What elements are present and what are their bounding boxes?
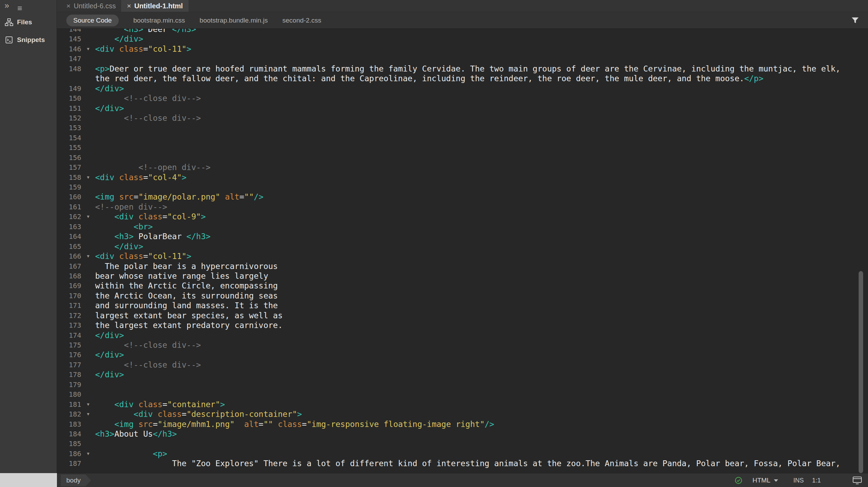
code-line[interactable]: 158▼<div class="col-4"> bbox=[57, 173, 868, 182]
code-fold-icon[interactable]: ▼ bbox=[86, 449, 90, 459]
code-line[interactable]: 184<h3>About Us</h3> bbox=[57, 429, 868, 439]
code-text: the red deer, the fallow deer, and the c… bbox=[95, 74, 763, 83]
code-line[interactable]: 162▼ <div class="col-9"> bbox=[57, 212, 868, 221]
close-tab-icon[interactable]: × bbox=[127, 2, 131, 10]
code-line[interactable]: 152 <!--close div--> bbox=[57, 113, 868, 123]
related-file-bootstrap.bundle.min.js[interactable]: bootstrap.bundle.min.js bbox=[200, 17, 268, 24]
code-line[interactable]: 187 The "Zoo Explores" There is a lot of… bbox=[57, 459, 868, 468]
code-line[interactable]: 165 </div> bbox=[57, 242, 868, 251]
code-line[interactable]: 160<img src="image/polar.png" alt=""/> bbox=[57, 192, 868, 202]
line-number: 162 bbox=[57, 212, 81, 221]
code-line[interactable]: 159 bbox=[57, 182, 868, 192]
code-line[interactable]: 183 <img src="image/mhm1.png" alt="" cla… bbox=[57, 419, 868, 429]
code-text: <!--close div--> bbox=[95, 113, 201, 123]
code-line[interactable]: 170the Arctic Ocean, its surrounding sea… bbox=[57, 291, 868, 301]
code-text: <img src="image/polar.png" alt=""/> bbox=[95, 192, 264, 202]
line-number: 185 bbox=[57, 439, 81, 448]
code-line[interactable]: 147 bbox=[57, 54, 868, 64]
vertical-scrollbar-thumb[interactable] bbox=[859, 271, 863, 473]
live-preview-icon[interactable] bbox=[853, 477, 862, 484]
code-line[interactable]: 179 bbox=[57, 380, 868, 389]
panel-menu-icon[interactable]: ≡ bbox=[17, 4, 22, 12]
code-line[interactable]: 177 <!--close div--> bbox=[57, 360, 868, 370]
filter-related-files-icon[interactable] bbox=[851, 16, 860, 26]
code-text: The polar bear is a hypercarnivorous bbox=[95, 261, 278, 271]
code-line[interactable]: 144 <h3> Deer </h3> bbox=[57, 29, 868, 34]
code-line[interactable]: 164 <h3> PolarBear </h3> bbox=[57, 232, 868, 241]
code-line[interactable]: the red deer, the fallow deer, and the c… bbox=[57, 74, 868, 83]
code-line[interactable]: 178</div> bbox=[57, 370, 868, 379]
line-number: 171 bbox=[57, 301, 81, 310]
code-editor[interactable]: 144 <h3> Deer </h3>145 </div>146▼<div cl… bbox=[57, 29, 868, 473]
code-line[interactable]: 169within the Arctic Circle, encompassin… bbox=[57, 281, 868, 291]
code-line[interactable]: 182▼ <div class="description-container"> bbox=[57, 409, 868, 419]
code-line[interactable]: 145 </div> bbox=[57, 34, 868, 44]
bottom-left-panel bbox=[0, 473, 57, 487]
code-line[interactable]: 181▼ <div class="container"> bbox=[57, 400, 868, 409]
code-line[interactable]: 148<p>Deer or true deer are hoofed rumin… bbox=[57, 64, 868, 74]
tab-Untitled-6.css[interactable]: ×Untitled-6.css bbox=[61, 0, 121, 12]
line-number: 163 bbox=[57, 222, 81, 232]
code-line[interactable]: 168bear whose native range lies largely bbox=[57, 271, 868, 281]
code-line[interactable]: 154 bbox=[57, 133, 868, 143]
code-line[interactable]: 155 bbox=[57, 143, 868, 152]
tab-label: Untitled-1.html bbox=[134, 2, 183, 10]
code-line[interactable]: 150 <!--close div--> bbox=[57, 93, 868, 103]
dreamweaver-window: » ≡ Files Snippets ×Unt bbox=[0, 0, 868, 487]
line-number: 165 bbox=[57, 242, 81, 251]
line-number: 180 bbox=[57, 389, 81, 399]
code-fold-icon[interactable]: ▼ bbox=[86, 400, 90, 409]
related-files-bar: Source Codebootstrap.min.cssbootstrap.bu… bbox=[66, 12, 321, 29]
close-tab-icon[interactable]: × bbox=[66, 2, 70, 10]
line-number: 170 bbox=[57, 291, 81, 301]
code-text: </div> bbox=[95, 242, 143, 251]
code-text: the largest extant predatory carnivore. bbox=[95, 320, 283, 330]
sidebar-item-files[interactable]: Files bbox=[5, 18, 32, 27]
tag-selector-body[interactable]: body bbox=[61, 475, 91, 486]
code-line[interactable]: 166▼<div class="col-11"> bbox=[57, 251, 868, 261]
code-line[interactable]: 185 bbox=[57, 439, 868, 448]
line-number: 167 bbox=[57, 261, 81, 271]
code-line[interactable]: 163 <br> bbox=[57, 222, 868, 232]
code-fold-icon[interactable]: ▼ bbox=[86, 251, 90, 261]
code-line[interactable]: 175 <!--close div--> bbox=[57, 340, 868, 350]
lint-ok-icon[interactable] bbox=[734, 476, 743, 485]
code-fold-icon[interactable]: ▼ bbox=[86, 44, 90, 54]
code-line[interactable]: 149</div> bbox=[57, 84, 868, 93]
code-line[interactable]: 173the largest extant predatory carnivor… bbox=[57, 320, 868, 330]
code-text: <div class="col-11"> bbox=[95, 44, 191, 54]
code-line[interactable]: 171and surrounding land masses. It is th… bbox=[57, 301, 868, 310]
insert-mode-indicator[interactable]: INS bbox=[793, 477, 804, 484]
code-text: <p> bbox=[95, 449, 167, 459]
code-fold-icon[interactable]: ▼ bbox=[86, 212, 90, 221]
line-number: 179 bbox=[57, 380, 81, 389]
related-file-bootstrap.min.css[interactable]: bootstrap.min.css bbox=[133, 17, 185, 24]
sidebar-item-snippets[interactable]: Snippets bbox=[5, 35, 45, 44]
code-line[interactable]: 186▼ <p> bbox=[57, 449, 868, 459]
related-file-second-2.css[interactable]: second-2.css bbox=[282, 17, 321, 24]
code-text: <div class="container"> bbox=[95, 400, 225, 409]
code-line[interactable]: 167 The polar bear is a hypercarnivorous bbox=[57, 261, 868, 271]
code-line[interactable]: 174</div> bbox=[57, 330, 868, 340]
code-text: and surrounding land masses. It is the bbox=[95, 301, 278, 310]
code-text: <h3> PolarBear </h3> bbox=[95, 232, 210, 241]
code-line[interactable]: 176</div> bbox=[57, 350, 868, 360]
code-line[interactable]: 157 <!--open div--> bbox=[57, 162, 868, 172]
line-number: 174 bbox=[57, 330, 81, 340]
line-number: 152 bbox=[57, 113, 81, 123]
code-line[interactable]: 146▼<div class="col-11"> bbox=[57, 44, 868, 54]
code-text: <h3>About Us</h3> bbox=[95, 429, 177, 439]
code-fold-icon[interactable]: ▼ bbox=[86, 409, 90, 419]
code-line[interactable]: 172largest extant bear species, as well … bbox=[57, 311, 868, 320]
code-fold-icon[interactable]: ▼ bbox=[86, 173, 90, 182]
expand-panels-icon[interactable]: » bbox=[5, 1, 9, 11]
code-line[interactable]: 180 bbox=[57, 389, 868, 399]
code-line[interactable]: 161<!--open div--> bbox=[57, 202, 868, 212]
code-line[interactable]: 151</div> bbox=[57, 103, 868, 113]
doc-type-selector[interactable]: HTML bbox=[752, 477, 778, 484]
code-line[interactable]: 156 bbox=[57, 153, 868, 162]
tab-Untitled-1.html[interactable]: ×Untitled-1.html bbox=[121, 0, 188, 12]
related-file-Source Code[interactable]: Source Code bbox=[66, 15, 119, 26]
code-text: <!--open div--> bbox=[95, 162, 210, 172]
code-line[interactable]: 153 bbox=[57, 123, 868, 133]
